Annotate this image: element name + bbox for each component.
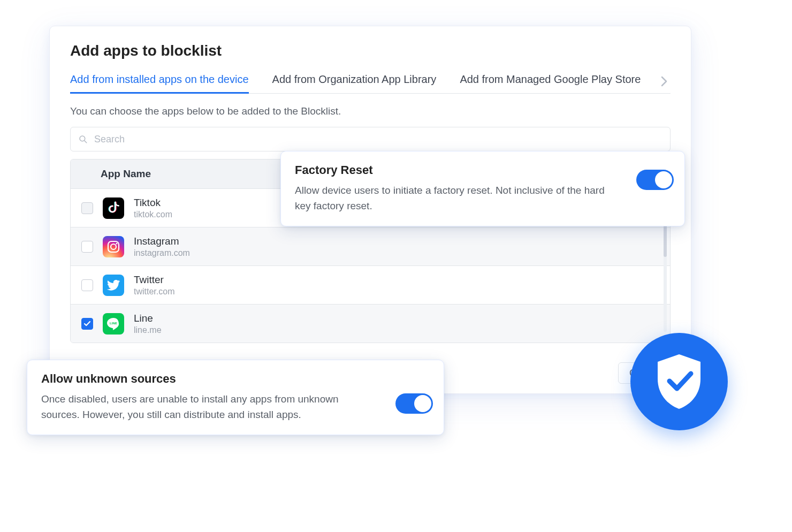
app-name: Instagram	[134, 235, 190, 247]
line-icon: LINE	[103, 313, 124, 335]
toggle-knob	[414, 395, 431, 412]
app-domain: line.me	[134, 325, 162, 335]
table-row[interactable]: LINE Line line.me	[71, 304, 670, 343]
table-row[interactable]: Twitter twitter.com	[71, 265, 670, 304]
svg-line-1	[85, 141, 87, 143]
checkbox[interactable]	[81, 318, 93, 330]
card-body: Once disabled, users are unable to insta…	[41, 391, 357, 423]
card-unknown-sources: Allow unknown sources Once disabled, use…	[27, 360, 444, 435]
tab-managed-play[interactable]: Add from Managed Google Play Store	[460, 73, 641, 93]
tab-org-library[interactable]: Add from Organization App Library	[272, 73, 437, 93]
app-domain: twitter.com	[134, 287, 174, 297]
table-row[interactable]: Instagram instagram.com	[71, 227, 670, 265]
chevron-right-icon	[661, 76, 667, 87]
svg-point-4	[116, 242, 118, 244]
help-text: You can choose the apps below to be adde…	[70, 105, 671, 117]
instagram-icon	[103, 236, 124, 257]
tiktok-icon	[103, 197, 124, 219]
toggle-factory-reset[interactable]	[636, 170, 674, 190]
app-meta: Twitter twitter.com	[134, 274, 174, 297]
search-icon	[78, 134, 88, 144]
svg-point-0	[80, 136, 85, 141]
svg-text:LINE: LINE	[110, 321, 117, 325]
app-meta: Instagram instagram.com	[134, 235, 190, 258]
card-title: Allow unknown sources	[41, 372, 390, 386]
toggle-unknown-sources[interactable]	[395, 393, 433, 414]
card-factory-reset: Factory Reset Allow device users to init…	[280, 151, 685, 226]
search-input[interactable]	[93, 133, 662, 146]
tabs: Add from installed apps on the device Ad…	[70, 73, 671, 94]
app-meta: Tiktok tiktok.com	[134, 197, 172, 219]
tabs-overflow-button[interactable]	[658, 75, 671, 88]
svg-point-3	[111, 244, 116, 249]
app-domain: tiktok.com	[134, 210, 172, 219]
app-domain: instagram.com	[134, 248, 190, 258]
app-name: Tiktok	[134, 197, 172, 209]
tab-installed-apps[interactable]: Add from installed apps on the device	[70, 73, 249, 93]
card-body: Allow device users to initiate a factory…	[295, 183, 611, 214]
app-name: Line	[134, 313, 162, 324]
page-title: Add apps to blocklist	[70, 42, 671, 59]
column-app-name: App Name	[101, 168, 151, 180]
app-name: Twitter	[134, 274, 174, 286]
checkbox[interactable]	[81, 202, 93, 214]
checkbox[interactable]	[81, 241, 93, 253]
search-box[interactable]	[70, 127, 671, 151]
twitter-icon	[103, 275, 124, 296]
app-meta: Line line.me	[134, 313, 162, 335]
security-badge	[630, 333, 728, 430]
toggle-knob	[655, 171, 672, 188]
card-title: Factory Reset	[295, 163, 631, 177]
shield-check-icon	[653, 352, 705, 411]
checkbox[interactable]	[81, 279, 93, 291]
